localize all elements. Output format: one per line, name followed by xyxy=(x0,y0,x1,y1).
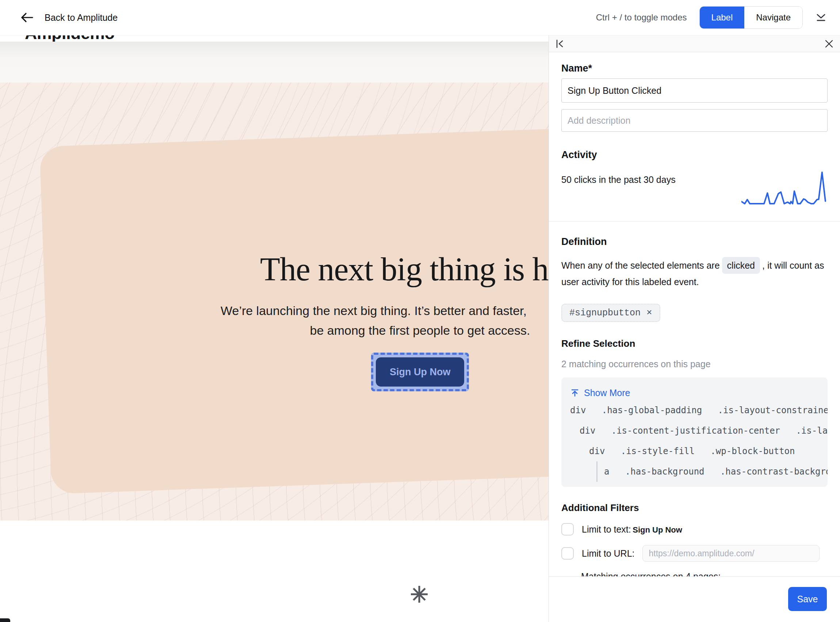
activity-heading: Activity xyxy=(561,149,828,161)
refine-selection-heading: Refine Selection xyxy=(561,338,828,349)
mode-toggle-hint: Ctrl + / to toggle modes xyxy=(596,12,687,23)
close-icon[interactable] xyxy=(823,38,835,50)
definition-text-before: When any of the selected elements are xyxy=(561,260,720,270)
selector-tag-label: #signupbutton xyxy=(570,308,641,318)
additional-filters-heading: Additional Filters xyxy=(561,502,828,514)
mode-segmented-control: Label Navigate xyxy=(699,6,803,29)
app-window: Amplidemo The next big thing is he We’re… xyxy=(0,0,840,622)
selector-line-selected[interactable]: a .has-background .has-contrast-backgrou xyxy=(596,461,828,482)
show-more-link[interactable]: Show More xyxy=(570,386,828,400)
label-editor-panel: Name* Activity 50 clicks in the past 30 … xyxy=(548,35,840,622)
panel-body: Name* Activity 50 clicks in the past 30 … xyxy=(549,52,840,577)
panel-footer: Save xyxy=(549,576,840,622)
name-input[interactable] xyxy=(561,78,828,102)
selector-tag-chip[interactable]: #signupbutton × xyxy=(561,304,660,322)
definition-heading: Definition xyxy=(561,236,828,247)
remove-selector-icon[interactable]: × xyxy=(646,307,652,318)
hero-title: The next big thing is he xyxy=(260,251,562,287)
asterisk-logo-icon xyxy=(410,585,429,604)
panel-header xyxy=(549,35,840,52)
chevron-collapse-icon[interactable] xyxy=(815,12,827,23)
navigate-mode-button[interactable]: Navigate xyxy=(744,6,802,29)
corner-widget xyxy=(0,618,10,622)
limit-to-url-label: Limit to URL: xyxy=(582,548,634,559)
trigger-chip: clicked xyxy=(722,257,760,274)
limit-to-text-label: Limit to text: xyxy=(582,524,631,534)
top-toolbar: Back to Amplitude Ctrl + / to toggle mod… xyxy=(0,0,840,35)
selector-line[interactable]: div .is-content-justification-center .is… xyxy=(580,421,828,441)
sign-up-now-button[interactable]: Sign Up Now xyxy=(376,357,464,387)
limit-to-text-value: Sign Up Now xyxy=(632,525,682,534)
hero-subtitle-line1: We’re launching the next big thing. It’s… xyxy=(221,304,527,318)
occurrences-text: 2 matching occurrences on this page xyxy=(561,359,828,369)
label-mode-button[interactable]: Label xyxy=(700,6,745,29)
limit-to-url-checkbox[interactable] xyxy=(561,547,574,559)
description-input[interactable] xyxy=(561,109,828,132)
panel-collapse-left-icon[interactable] xyxy=(554,38,566,50)
selector-line[interactable]: div .has-global-padding .is-layout-const… xyxy=(570,400,828,421)
show-more-label: Show More xyxy=(584,388,630,398)
back-to-amplitude-link[interactable]: Back to Amplitude xyxy=(44,12,118,23)
url-input[interactable] xyxy=(642,545,820,562)
save-button[interactable]: Save xyxy=(788,587,827,611)
name-field-label: Name* xyxy=(561,63,828,74)
limit-to-text-checkbox[interactable] xyxy=(561,523,574,535)
definition-text: When any of the selected elements arecli… xyxy=(561,257,828,290)
activity-summary: 50 clicks in the past 30 days xyxy=(561,169,676,185)
selector-tree: Show More div .has-global-padding .is-la… xyxy=(561,377,828,487)
activity-sparkline-chart xyxy=(741,169,828,207)
labeled-element-selection: Sign Up Now xyxy=(371,353,469,391)
selector-line[interactable]: div .is-style-fill .wp-block-button xyxy=(589,441,828,461)
matching-pages-text: Matching occurrences on 4 pages: xyxy=(581,571,828,577)
back-arrow-icon[interactable] xyxy=(20,12,34,23)
show-more-icon xyxy=(570,388,580,398)
